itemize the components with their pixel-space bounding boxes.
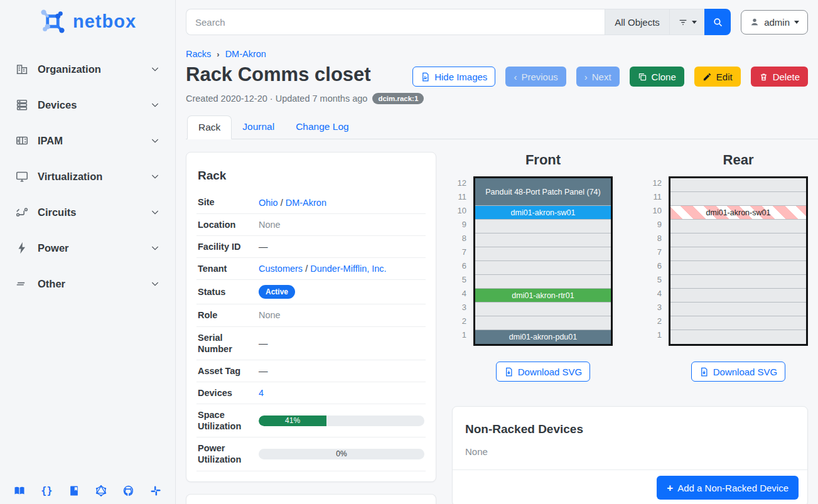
hide-images-button[interactable]: Hide Images	[412, 67, 495, 87]
chevron-down-icon	[150, 279, 160, 289]
rack-slot-empty-u7[interactable]	[670, 247, 806, 261]
location-value: None	[257, 220, 424, 230]
counter-icon	[15, 134, 29, 147]
add-non-racked-device-button[interactable]: + Add a Non-Racked Device	[657, 476, 799, 500]
rack-slot-empty-u3[interactable]	[475, 303, 611, 316]
rack-slot-empty-u3[interactable]	[670, 303, 806, 316]
unit-number: 5	[452, 273, 466, 287]
unit-number: 7	[647, 245, 662, 259]
rest-api-icon[interactable]: {}	[40, 484, 53, 498]
sidebar-item-circuits[interactable]: Circuits	[9, 200, 166, 225]
breadcrumb-racks[interactable]: Racks	[186, 49, 211, 59]
monitor-icon	[15, 169, 29, 183]
search-filter-dropdown[interactable]	[669, 9, 704, 35]
tab-rack[interactable]: Rack	[187, 115, 232, 139]
clone-button[interactable]: Clone	[630, 67, 684, 87]
rack-slot-empty-u6[interactable]	[670, 261, 806, 275]
sidebar-item-label: IPAM	[38, 135, 150, 147]
rear-unit-numbers: 12 11 10 9 8 7 6 5 4 3 2 1	[647, 176, 669, 346]
rack-slot-empty-u12[interactable]	[670, 178, 806, 192]
object-type-selector[interactable]: All Objects	[605, 9, 669, 35]
sidebar-item-virtualization[interactable]: Virtualization	[9, 164, 166, 189]
search-button[interactable]	[704, 9, 731, 35]
rear-title: Rear	[669, 152, 808, 168]
breadcrumb-site[interactable]: DM-Akron	[225, 49, 266, 59]
search-input[interactable]	[186, 9, 605, 35]
sidebar-item-ipam[interactable]: IPAM	[9, 128, 166, 153]
docs-book-icon[interactable]	[13, 484, 26, 498]
pencil-icon	[702, 72, 712, 82]
device-count-link[interactable]: 4	[259, 388, 264, 398]
netbox-logo[interactable]: netbox	[0, 0, 175, 39]
chevron-down-icon	[150, 136, 160, 146]
tenant-group-link[interactable]: Customers	[259, 264, 303, 274]
unit-number: 2	[452, 314, 466, 328]
right-column: Front 12 11 10 9 8 7 6 5 4 3	[452, 152, 808, 504]
rack-slot-empty-u2[interactable]	[670, 316, 806, 330]
sidebar-nav: Organization Devices IPAM Virtualization…	[0, 56, 175, 296]
rack-device-pdu[interactable]: dmi01-akron-pdu01	[475, 330, 611, 344]
rack-device-router[interactable]: dmi01-akron-rtr01	[475, 289, 611, 303]
rack-device-switch[interactable]: dmi01-akron-sw01	[475, 206, 611, 220]
front-download-svg-button[interactable]: Download SVG	[496, 362, 591, 382]
rack-device-switch-rear[interactable]: dmi01-akron-sw01	[670, 206, 806, 220]
delete-button[interactable]: Delete	[751, 67, 808, 87]
rack-slot-empty-u1[interactable]	[670, 330, 806, 344]
page-header: Rack Comms closet Hide Images ‹ Previous…	[186, 64, 808, 87]
top-bar: All Objects admin	[186, 9, 808, 35]
row-devices: Devices 4	[196, 382, 426, 404]
front-rack-box: Panduit 48-Port Patch Panel (74) dmi01-a…	[473, 176, 613, 346]
rack-slot-empty-u5[interactable]	[670, 275, 806, 289]
unit-number: 7	[452, 245, 466, 259]
site-group-link[interactable]: Ohio	[259, 198, 278, 208]
rack-slot-empty-u5[interactable]	[475, 275, 611, 289]
rack-slot-empty-u9[interactable]	[670, 220, 806, 233]
device-label: dmi01-akron-sw01	[706, 208, 771, 217]
sidebar-item-power[interactable]: Power	[9, 235, 166, 260]
unit-number: 11	[647, 190, 662, 204]
slack-icon[interactable]	[149, 484, 163, 498]
filter-icon	[678, 17, 688, 27]
unit-number: 11	[452, 190, 466, 204]
graphql-icon[interactable]	[94, 484, 108, 498]
tab-change-log[interactable]: Change Log	[285, 115, 359, 139]
netbox-logo-icon	[39, 8, 67, 35]
rack-slot-empty-u2[interactable]	[475, 316, 611, 330]
rack-slot-empty-u8[interactable]	[475, 233, 611, 247]
rack-slot-empty-u9[interactable]	[475, 220, 611, 233]
rack-device-patch-panel[interactable]: Panduit 48-Port Patch Panel (74)	[475, 178, 611, 206]
rack-slot-empty-u4[interactable]	[670, 289, 806, 303]
person-icon	[750, 17, 760, 27]
next-button[interactable]: › Next	[576, 67, 620, 87]
sidebar-item-other[interactable]: Other	[9, 271, 166, 296]
serial-number-value: —	[257, 338, 424, 348]
circuit-icon	[15, 205, 29, 219]
unit-number: 8	[452, 232, 466, 245]
rear-elevation: Rear 12 11 10 9 8 7 6 5 4 3	[647, 152, 808, 382]
rack-slot-empty-u8[interactable]	[670, 233, 806, 247]
next-label: Next	[592, 72, 611, 82]
main-content: All Objects admin Racks › DM-Akron Rack …	[176, 9, 818, 504]
trash-icon	[759, 72, 768, 82]
tab-journal[interactable]: Journal	[232, 115, 285, 139]
previous-button[interactable]: ‹ Previous	[505, 67, 566, 87]
tenant-link[interactable]: Dunder-Mifflin, Inc.	[310, 264, 386, 274]
sidebar-item-organization[interactable]: Organization	[9, 56, 166, 82]
caret-down-icon	[794, 21, 799, 24]
plus-icon: +	[667, 483, 673, 493]
tab-content: Rack Site Ohio / DM-Akron Location None …	[186, 152, 808, 504]
sidebar-item-devices[interactable]: Devices	[9, 92, 166, 117]
rear-download-svg-button[interactable]: Download SVG	[691, 362, 786, 382]
user-menu[interactable]: admin	[741, 10, 808, 35]
api-docs-icon[interactable]	[67, 484, 81, 498]
copy-icon	[638, 72, 647, 82]
rack-slot-empty-u7[interactable]	[475, 247, 611, 261]
rack-slot-empty-u11[interactable]	[670, 192, 806, 206]
rear-rack-box: dmi01-akron-sw01	[669, 176, 808, 346]
site-link[interactable]: DM-Akron	[286, 198, 326, 208]
sidebar-item-label: Other	[38, 278, 150, 290]
front-elevation: Front 12 11 10 9 8 7 6 5 4 3	[452, 152, 613, 382]
github-icon[interactable]	[122, 484, 136, 498]
edit-button[interactable]: Edit	[694, 67, 741, 87]
rack-slot-empty-u6[interactable]	[475, 261, 611, 275]
